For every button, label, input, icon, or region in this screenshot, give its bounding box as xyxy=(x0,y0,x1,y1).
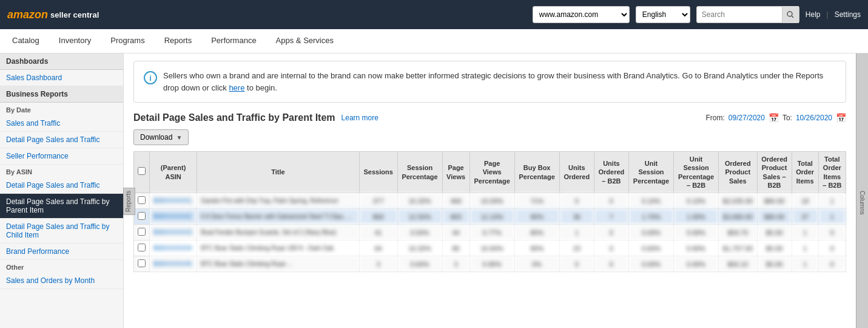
page-views-cell: 3 xyxy=(442,256,469,272)
sidebar-item-detail-page-parent[interactable]: Detail Page Sales and Traffic by Parent … xyxy=(0,194,123,219)
business-reports-header: Business Reports xyxy=(0,86,123,103)
service-name: seller central xyxy=(50,10,99,19)
row-checkbox-cell xyxy=(134,225,150,241)
ordered-product-sales-cell: $59.70 xyxy=(719,225,757,241)
page-views-cell: 466 xyxy=(442,193,469,209)
to-date[interactable]: 10/26/2020 xyxy=(796,114,832,122)
table-title: Detail Page Sales and Traffic by Parent … xyxy=(133,112,335,123)
search-box xyxy=(696,6,799,23)
row-checkbox-cell xyxy=(134,256,150,272)
nav-performance[interactable]: Performance xyxy=(209,29,258,53)
nav-programs[interactable]: Programs xyxy=(108,29,147,53)
nav-apps-services[interactable]: Apps & Services xyxy=(274,29,336,53)
to-calendar-icon[interactable]: 📅 xyxy=(836,113,846,123)
unit-session-b2b-cell: 0.10% xyxy=(674,193,719,209)
buy-box-cell: 90% xyxy=(514,241,559,256)
learn-more-link[interactable]: Learn more xyxy=(341,114,378,122)
asin-cell[interactable]: B00XXXXXX1 xyxy=(150,193,197,209)
search-button[interactable] xyxy=(782,6,799,23)
dashboards-header: Dashboards xyxy=(0,53,123,70)
table-header-row: Detail Page Sales and Traffic by Parent … xyxy=(133,112,846,123)
ordered-b2b-cell: $5.00 xyxy=(757,256,792,272)
asin-cell[interactable]: B00XXXXXX4 xyxy=(150,241,197,256)
units-ordered-cell: 23 xyxy=(559,241,594,256)
buy-box-cell: 80% xyxy=(514,225,559,241)
settings-link[interactable]: Settings xyxy=(835,10,861,19)
language-selector[interactable]: English xyxy=(636,6,690,23)
download-button[interactable]: Download ▼ xyxy=(133,129,189,145)
asin-cell[interactable]: B00XXXXXX5 xyxy=(150,256,197,272)
table-row: B00XXXXXX2 6 ft Deer Fence Barrier with … xyxy=(134,209,846,225)
domain-selector[interactable]: www.amazon.com xyxy=(533,6,630,23)
col-total-order-b2b: TotalOrderItems– B2B xyxy=(818,152,846,193)
table-row: B00XXXXXX4 BTC Bear Static Climbing Rope… xyxy=(134,241,846,256)
sidebar-item-sales-dashboard[interactable]: Sales Dashboard xyxy=(0,70,123,86)
info-icon: i xyxy=(144,71,157,84)
ordered-product-sales-cell: $2,035.00 xyxy=(719,193,757,209)
session-pct-cell: 0.50% xyxy=(397,225,442,241)
total-order-items-cell: 37 xyxy=(792,209,818,225)
info-text: Sellers who own a brand and are internal… xyxy=(163,70,836,94)
search-input[interactable] xyxy=(697,9,782,21)
sidebar-item-seller-performance[interactable]: Seller Performance xyxy=(0,148,123,165)
reports-side-tab[interactable]: Reports xyxy=(123,188,135,215)
unit-session-pct-cell: 0.60% xyxy=(628,241,673,256)
sessions-cell: 3 xyxy=(359,256,397,272)
ordered-b2b-cell: $5.00 xyxy=(757,241,792,256)
row-checkbox[interactable] xyxy=(138,228,146,236)
row-checkbox[interactable] xyxy=(138,212,146,220)
columns-side-tab[interactable]: Columns xyxy=(856,53,868,328)
by-asin-category: By ASIN xyxy=(0,165,123,177)
sidebar-item-brand-performance[interactable]: Brand Performance xyxy=(0,244,123,260)
col-unit-session-pct: UnitSessionPercentage xyxy=(628,152,673,193)
sidebar-item-detail-page-asin[interactable]: Detail Page Sales and Traffic xyxy=(0,177,123,194)
asin-cell[interactable]: B00XXXXXX2 xyxy=(150,209,197,225)
from-calendar-icon[interactable]: 📅 xyxy=(769,113,779,123)
unit-session-b2b-cell: 0.00% xyxy=(674,256,719,272)
sidebar-item-detail-page-child[interactable]: Detail Page Sales and Traffic by Child I… xyxy=(0,219,123,244)
units-ordered-cell: 1 xyxy=(559,225,594,241)
table-row: B00XXXXXX1 Garden Pot with Drip Tray, Pa… xyxy=(134,193,846,209)
ordered-product-sales-cell: $3,680.00 xyxy=(719,209,757,225)
row-checkbox[interactable] xyxy=(138,244,146,251)
unit-session-b2b-cell: 0.60% xyxy=(674,241,719,256)
units-ordered-cell: 0 xyxy=(559,256,594,272)
unit-session-pct-cell: 0.10% xyxy=(628,193,673,209)
col-page-views-pct: PageViewsPercentage xyxy=(469,152,514,193)
amazon-logo: amazon xyxy=(7,9,48,21)
total-order-items-cell: 18 xyxy=(792,193,818,209)
table-row: B00XXXXXX3 Boat Fender Bumper Guards, Se… xyxy=(134,225,846,241)
sidebar-item-sales-traffic[interactable]: Sales and Traffic xyxy=(0,115,123,132)
table-row: B00XXXXXX5 BTC Bear Static Climbing Rope… xyxy=(134,256,846,272)
from-date[interactable]: 09/27/2020 xyxy=(728,114,765,122)
buy-box-cell: 0% xyxy=(514,256,559,272)
select-all-checkbox[interactable] xyxy=(138,167,146,175)
total-order-items-cell: 1 xyxy=(792,241,818,256)
unit-session-pct-cell: 1.70% xyxy=(628,209,673,225)
sidebar: Dashboards Sales Dashboard Business Repo… xyxy=(0,53,124,328)
row-checkbox-cell xyxy=(134,241,150,256)
ordered-b2b-cell: $5.00 xyxy=(757,225,792,241)
page-views-pct-cell: 12.10% xyxy=(469,209,514,225)
session-pct-cell: 10.20% xyxy=(397,193,442,209)
page-views-cell: 80 xyxy=(442,241,469,256)
nav-inventory[interactable]: Inventory xyxy=(56,29,93,53)
col-asin: (Parent)ASIN xyxy=(150,152,197,193)
row-checkbox-cell xyxy=(134,209,150,225)
units-b2b-cell: 0 xyxy=(594,193,628,209)
nav-catalog[interactable]: Catalog xyxy=(10,29,42,53)
row-checkbox[interactable] xyxy=(138,196,146,204)
brand-analytics-link[interactable]: here xyxy=(229,83,244,92)
help-link[interactable]: Help xyxy=(806,10,821,19)
sidebar-item-detail-page-by-date[interactable]: Detail Page Sales and Traffic xyxy=(0,132,123,148)
ordered-b2b-cell: $80.00 xyxy=(757,193,792,209)
row-checkbox[interactable] xyxy=(138,259,146,267)
asin-cell[interactable]: B00XXXXXX3 xyxy=(150,225,197,241)
main-content: i Sellers who own a brand and are intern… xyxy=(124,53,856,328)
sidebar-item-sales-orders-month[interactable]: Sales and Orders by Month xyxy=(0,273,123,289)
nav-reports[interactable]: Reports xyxy=(162,29,195,53)
to-label: To: xyxy=(782,114,792,122)
units-ordered-cell: 36 xyxy=(559,209,594,225)
header: amazon seller central www.amazon.com Eng… xyxy=(0,0,868,29)
total-order-b2b-cell: 0 xyxy=(818,241,846,256)
